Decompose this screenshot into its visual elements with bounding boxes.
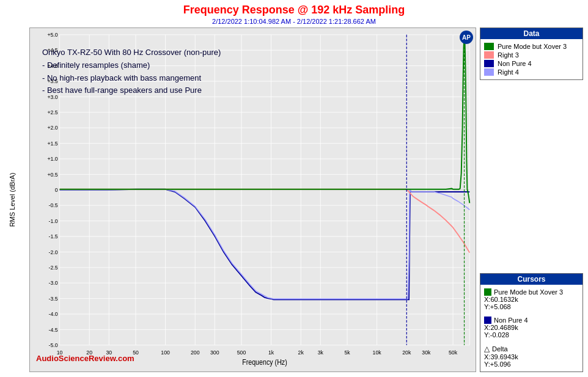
cursor-name-2: Non Pure 4: [494, 317, 528, 324]
legend-content: Pure Mode but Xover 3 Right 3 Non Pure 4…: [480, 39, 582, 79]
cursor-color-sq-1: [484, 288, 491, 296]
svg-text:10k: 10k: [373, 349, 381, 356]
delta-y: Y:+5.096: [484, 361, 579, 368]
sidebar: Data Pure Mode but Xover 3 Right 3 Non P…: [476, 27, 583, 372]
svg-text:20k: 20k: [402, 349, 411, 356]
y-axis-label: RMS Level (dBrA): [9, 173, 16, 227]
cursor-box: Cursors Pure Mode but Xover 3 X:60.1632k…: [480, 273, 583, 372]
cursor-label-1: Pure Mode but Xover 3: [484, 288, 579, 296]
chart-title: Frequency Response @ 192 kHz Sampling: [183, 4, 405, 16]
svg-text:+1.0: +1.0: [47, 156, 57, 163]
watermark: AudioScienceReview.com: [36, 354, 134, 363]
sidebar-spacer: [480, 84, 583, 269]
chart-subtitle: 2/12/2022 1:10:04.982 AM - 2/12/2022 1:2…: [212, 18, 376, 25]
annotation-overlay: Onkyo TX-RZ-50 With 80 Hz Crossover (non…: [42, 46, 221, 97]
legend-label-1: Pure Mode but Xover 3: [498, 43, 567, 50]
svg-text:-2.5: -2.5: [49, 265, 58, 271]
annotation-line2: - Definitely resamples (shame): [42, 59, 221, 72]
legend-label-3: Non Pure 4: [498, 60, 532, 67]
cursor-title: Cursors: [480, 274, 582, 285]
svg-text:+1.5: +1.5: [47, 140, 57, 147]
cursor-label-2: Non Pure 4: [484, 317, 579, 324]
svg-text:-1.0: -1.0: [49, 218, 58, 224]
legend-box: Data Pure Mode but Xover 3 Right 3 Non P…: [480, 27, 583, 80]
svg-text:+5.0: +5.0: [47, 32, 57, 38]
svg-text:+0.5: +0.5: [47, 171, 57, 178]
cursor-color-sq-2: [484, 317, 491, 324]
svg-text:1k: 1k: [268, 349, 274, 356]
svg-text:50k: 50k: [449, 349, 457, 356]
svg-text:-0.5: -0.5: [49, 202, 58, 209]
cursor-y-1: Y:+5.068: [484, 303, 579, 310]
svg-text:-3.0: -3.0: [49, 280, 58, 287]
delta-text: Delta: [492, 345, 508, 353]
chart-area: AP: [29, 27, 476, 372]
cursor-delta: △ Delta X:39.6943k Y:+5.096: [484, 345, 579, 368]
annotation-line4: - Best have full-range speakers and use …: [42, 84, 221, 97]
svg-text:-1.5: -1.5: [49, 233, 58, 240]
legend-label-4: Right 4: [498, 68, 519, 76]
legend-color-1: [484, 43, 494, 50]
legend-item-3: Non Pure 4: [484, 60, 579, 67]
svg-text:2k: 2k: [298, 349, 304, 356]
ap-badge: AP: [460, 31, 473, 44]
svg-text:500: 500: [237, 349, 246, 356]
svg-text:-2.0: -2.0: [49, 249, 58, 255]
svg-text:-4.5: -4.5: [49, 326, 58, 333]
y-axis-label-container: RMS Level (dBrA): [5, 27, 29, 372]
legend-item-2: Right 3: [484, 51, 579, 59]
svg-text:0: 0: [55, 187, 58, 194]
svg-text:200: 200: [191, 349, 200, 356]
svg-text:100: 100: [161, 349, 170, 356]
svg-text:300: 300: [210, 349, 219, 356]
annotation-line3: - No high-res playback with bass mangeme…: [42, 72, 221, 85]
annotation-line1: Onkyo TX-RZ-50 With 80 Hz Crossover (non…: [42, 46, 221, 59]
svg-text:Frequency (Hz): Frequency (Hz): [242, 359, 287, 367]
svg-text:5k: 5k: [344, 349, 350, 356]
cursor-name-1: Pure Mode but Xover 3: [494, 288, 563, 296]
svg-text:+2.5: +2.5: [47, 109, 57, 116]
cursor-delta-label: △ Delta: [484, 345, 579, 353]
cursor-x-1: X:60.1632k: [484, 296, 579, 303]
svg-text:+2.0: +2.0: [47, 125, 57, 131]
chart-wrapper: RMS Level (dBrA) AP: [5, 27, 476, 372]
svg-text:30k: 30k: [422, 349, 430, 356]
svg-text:3k: 3k: [318, 349, 324, 356]
svg-text:-5.0: -5.0: [49, 342, 58, 349]
legend-title: Data: [480, 28, 582, 39]
svg-text:-4.0: -4.0: [49, 311, 58, 318]
cursor-x-2: X:20.4689k: [484, 324, 579, 331]
legend-color-3: [484, 60, 494, 67]
content-area: RMS Level (dBrA) AP: [0, 27, 588, 377]
legend-item-1: Pure Mode but Xover 3: [484, 43, 579, 50]
legend-color-2: [484, 51, 494, 59]
main-container: Frequency Response @ 192 kHz Sampling 2/…: [0, 0, 588, 377]
legend-label-2: Right 3: [498, 51, 519, 59]
svg-text:-3.5: -3.5: [49, 295, 58, 302]
cursor-item-1: Pure Mode but Xover 3 X:60.1632k Y:+5.06…: [484, 288, 579, 310]
delta-triangle-icon: △: [484, 345, 490, 353]
cursor-y-2: Y:-0.028: [484, 331, 579, 339]
legend-color-4: [484, 68, 494, 76]
delta-x: X:39.6943k: [484, 353, 579, 361]
cursor-item-2: Non Pure 4 X:20.4689k Y:-0.028: [484, 317, 579, 339]
legend-item-4: Right 4: [484, 68, 579, 76]
cursor-content: Pure Mode but Xover 3 X:60.1632k Y:+5.06…: [480, 285, 582, 372]
